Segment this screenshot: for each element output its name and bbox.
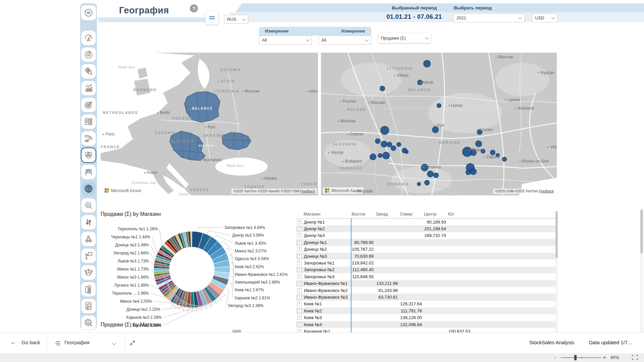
sidebar-target-button[interactable]	[82, 98, 96, 112]
table-column-header[interactable]: Запад	[375, 212, 399, 217]
sidebar-report-button[interactable]	[82, 299, 96, 313]
bubble-map[interactable]: Microsoft Azure ©2025 OSM ©2025 TomTom F…	[321, 53, 557, 195]
expand-icon[interactable]: +	[297, 261, 302, 265]
store-bubble[interactable]	[380, 86, 385, 91]
table-column-header[interactable]: Восток	[351, 212, 375, 217]
store-bubble[interactable]	[470, 149, 477, 156]
language-select[interactable]: RUS	[224, 15, 248, 23]
expand-icon[interactable]: +	[297, 227, 302, 231]
store-bubble[interactable]	[381, 141, 387, 147]
collapse-icon[interactable]	[129, 340, 136, 348]
table-row[interactable]: +Ивано-Франковск №281,243.96	[296, 287, 557, 294]
store-bubble[interactable]	[421, 164, 428, 171]
expand-icon[interactable]: +	[297, 267, 302, 272]
page-scrollbar[interactable]	[640, 208, 643, 333]
table-row[interactable]: +Днепр №3169,732.74	[296, 232, 557, 239]
expand-icon[interactable]: +	[297, 302, 302, 306]
table-row[interactable]: +Киев №3138,126.00	[296, 314, 557, 321]
store-bubble[interactable]	[432, 126, 439, 133]
sidebar-numbered-report-button[interactable]	[82, 115, 96, 129]
sidebar-growth-trend-button[interactable]	[82, 48, 96, 62]
sidebar-venn-diagram-button[interactable]	[82, 148, 96, 162]
expand-icon[interactable]: +	[297, 247, 302, 251]
expand-icon[interactable]: +	[297, 240, 302, 245]
store-bubble[interactable]	[477, 129, 482, 135]
bar-handle[interactable]	[232, 330, 241, 333]
table-row[interactable]: +Запорожье №3115,646.55	[296, 273, 557, 280]
expand-icon[interactable]: +	[297, 315, 302, 320]
sidebar-presenter-button[interactable]	[82, 249, 96, 263]
sidebar-person-finance-button[interactable]	[82, 232, 96, 246]
expand-icon[interactable]: +	[297, 281, 302, 286]
dimension2-select[interactable]: All	[318, 36, 371, 45]
table-row[interactable]: +Ивано-Франковск №363,730.61	[296, 294, 557, 300]
store-bubble[interactable]	[424, 180, 430, 185]
currency-select[interactable]: USD	[532, 13, 557, 22]
table-row[interactable]: +Донецк №2105,767.22	[296, 246, 557, 253]
sidebar-meeting-button[interactable]	[82, 265, 96, 280]
sidebar-menu-button[interactable]	[81, 5, 96, 20]
store-bubble[interactable]	[502, 157, 507, 162]
choropleth-map[interactable]: Microsoft Azure ©2025 TomTom ©2025 Navin…	[101, 53, 318, 195]
store-bubble[interactable]	[375, 138, 380, 144]
store-bubble[interactable]	[423, 60, 431, 67]
expand-icon[interactable]: +	[297, 295, 302, 299]
store-bubble[interactable]	[437, 103, 441, 108]
table-column-header[interactable]: Север	[399, 212, 423, 217]
table-row[interactable]: +Киев №1126,317.64	[296, 301, 557, 307]
expand-icon[interactable]: +	[297, 288, 302, 293]
sidebar-bar-chart-button[interactable]	[82, 81, 96, 95]
feedback-link[interactable]: Feedback	[539, 189, 554, 193]
store-bubble[interactable]	[370, 154, 376, 160]
fullscreen-icon[interactable]	[632, 355, 638, 361]
table-scrollbar-thumb[interactable]	[555, 211, 558, 258]
expand-icon[interactable]: +	[297, 309, 302, 313]
expand-icon[interactable]: +	[297, 233, 302, 238]
feedback-link[interactable]: Feedback	[300, 189, 315, 193]
table-row[interactable]: +Ивано-Франковск №1133,211.96	[296, 280, 557, 287]
store-bubble[interactable]	[475, 140, 482, 147]
sidebar-gear-analysis-button[interactable]	[82, 316, 96, 330]
sidebar-globe-search-button[interactable]	[82, 64, 96, 78]
table-row[interactable]: +Киев №4132,096.64	[296, 321, 557, 328]
table-column-header[interactable]: Юг	[447, 212, 472, 217]
expand-icon[interactable]: +	[297, 220, 302, 224]
zoom-slider-thumb[interactable]	[574, 355, 577, 360]
store-bubble[interactable]	[405, 150, 409, 154]
dimension1-select[interactable]: All	[259, 36, 312, 45]
store-bubble[interactable]	[391, 145, 396, 151]
zoom-in-button[interactable]: +	[603, 354, 606, 361]
store-bubble[interactable]	[490, 150, 495, 155]
zoom-out-button[interactable]: -	[554, 354, 556, 361]
table-row[interactable]: +Днепр №190,189.93	[296, 219, 557, 225]
store-bubble[interactable]	[470, 168, 477, 175]
store-bubble[interactable]	[466, 170, 471, 175]
store-bubble[interactable]	[417, 80, 423, 85]
table-column-header[interactable]: Магазин	[296, 212, 351, 217]
table-row[interactable]: +Запорожье №1219,842.02	[296, 259, 557, 266]
table-row[interactable]: +Кишинев №1100,632.53	[296, 328, 557, 333]
expand-icon[interactable]: +	[297, 254, 302, 258]
sidebar-kpi-gauge-button[interactable]: KPI	[82, 31, 96, 45]
table-column-header[interactable]: Центр	[423, 212, 447, 217]
store-bubble[interactable]	[382, 152, 390, 159]
store-bubble[interactable]	[378, 153, 382, 158]
expand-icon[interactable]: +	[297, 275, 302, 279]
table-row[interactable]: +Запорожье №2112,460.40	[296, 266, 557, 273]
sidebar-chart-search-button[interactable]	[82, 198, 96, 213]
store-bubble[interactable]	[417, 182, 421, 186]
store-bubble[interactable]	[427, 171, 434, 177]
store-bubble[interactable]	[396, 142, 401, 147]
table-row[interactable]: +Донецк №160,769.95	[296, 239, 557, 246]
store-bubble[interactable]	[496, 153, 500, 157]
sidebar-updown-arrows-button[interactable]	[82, 215, 96, 229]
store-bubble[interactable]	[481, 149, 485, 154]
chevron-down-icon[interactable]	[112, 341, 116, 345]
page-selector[interactable]: География	[64, 340, 90, 345]
sidebar-process-check-button[interactable]	[82, 282, 96, 296]
expand-icon[interactable]: +	[297, 322, 302, 327]
store-bubble[interactable]	[433, 173, 439, 178]
year-select[interactable]: 2021	[453, 13, 525, 22]
table-row[interactable]: +Киев №2111,791.76	[296, 307, 557, 314]
store-bubble[interactable]	[380, 126, 389, 135]
